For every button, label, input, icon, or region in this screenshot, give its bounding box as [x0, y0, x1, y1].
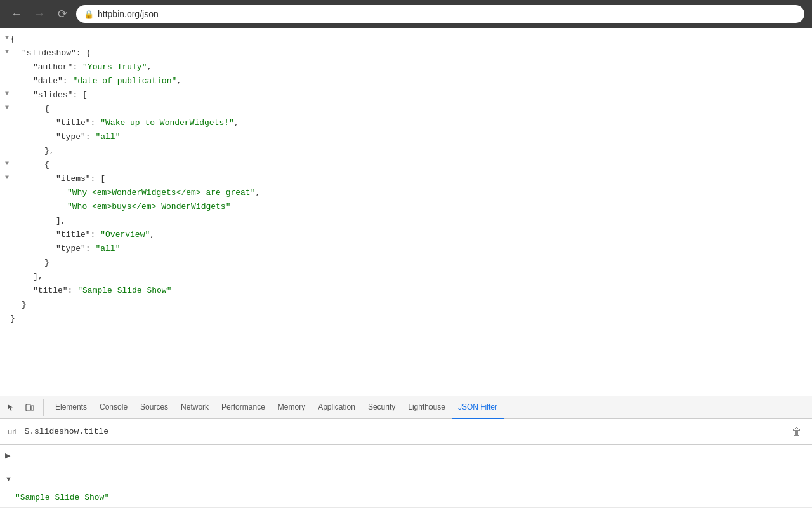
tab-memory[interactable]: Memory	[272, 396, 311, 419]
json-line-l4: "date": "date of publication",	[0, 75, 812, 89]
content-l19: "title": "Sample Slide Show"	[33, 284, 171, 298]
tab-performance[interactable]: Performance	[215, 396, 272, 419]
tab-jsonfilter[interactable]: JSON Filter	[452, 396, 504, 419]
tabs-container: ElementsConsoleSourcesNetworkPerformance…	[49, 396, 504, 419]
toggle-l6[interactable]: ▼	[5, 103, 9, 113]
json-line-l12: "Why <em>WonderWidgets</em> are great",	[0, 187, 812, 201]
json-line-l16: "type": "all"	[0, 243, 812, 257]
json-line-l11: ▼"items": [	[0, 173, 812, 187]
result-collapsed-toggle: ▶	[5, 451, 10, 460]
device-icon-button[interactable]	[22, 399, 38, 416]
json-line-l10: ▼{	[0, 159, 812, 173]
result-collapsed-row[interactable]: ▶	[0, 444, 812, 467]
svg-rect-1	[31, 406, 34, 410]
content-l5: "slides": [	[33, 89, 88, 102]
lock-icon: 🔒	[84, 10, 94, 19]
content-l10: {	[44, 159, 49, 172]
json-line-l3: "author": "Yours Truly",	[0, 61, 812, 75]
content-l8: "type": "all"	[56, 131, 120, 144]
devtools-tabs: ElementsConsoleSourcesNetworkPerformance…	[0, 396, 812, 419]
tab-lighthouse[interactable]: Lighthouse	[402, 396, 452, 419]
toggle-l10[interactable]: ▼	[5, 159, 9, 169]
tab-sources[interactable]: Sources	[134, 396, 174, 419]
result-section: ▶ ▼ "Sample Slide Show"	[0, 444, 812, 508]
toggle-l5[interactable]: ▼	[5, 89, 9, 99]
filter-input[interactable]	[24, 427, 789, 436]
browser-chrome: ← → ⟳ 🔒 httpbin.org/json	[0, 0, 812, 28]
content-l2: "slideshow": {	[22, 47, 91, 60]
json-line-l13: "Who <em>buys</em> WonderWidgets"	[0, 201, 812, 215]
content-l15: "title": "Overview",	[56, 229, 155, 242]
content-l4: "date": "date of publication",	[33, 75, 181, 88]
json-line-l18: ],	[0, 271, 812, 284]
result-value-row: "Sample Slide Show"	[0, 490, 812, 508]
svg-rect-0	[26, 404, 30, 411]
content-l17: }	[44, 257, 49, 270]
toggle-l1[interactable]: ▼	[5, 33, 9, 43]
filter-bar: url 🗑	[0, 419, 812, 444]
tab-application[interactable]: Application	[311, 396, 362, 419]
json-line-l19: "title": "Sample Slide Show"	[0, 284, 812, 298]
reload-button[interactable]: ⟳	[53, 5, 71, 23]
json-line-l1: ▼{	[0, 33, 812, 47]
json-line-l2: ▼"slideshow": {	[0, 47, 812, 61]
json-line-l6: ▼{	[0, 103, 812, 117]
result-expanded-toggle: ▼	[5, 475, 12, 483]
content-l21: }	[10, 312, 15, 326]
json-line-l9: },	[0, 145, 812, 159]
content-l20: }	[22, 298, 27, 312]
inspect-icon-button[interactable]	[3, 399, 19, 416]
json-line-l14: ],	[0, 215, 812, 229]
address-bar[interactable]: 🔒 httpbin.org/json	[76, 5, 804, 23]
main-content: ▼{▼"slideshow": { "author": "Yours Truly…	[0, 28, 812, 508]
content-l9: },	[44, 145, 55, 158]
content-l3: "author": "Yours Truly",	[33, 61, 152, 74]
content-l13: "Who <em>buys</em> WonderWidgets"	[67, 201, 230, 214]
url-text: httpbin.org/json	[98, 9, 159, 19]
tab-security[interactable]: Security	[362, 396, 402, 419]
json-line-l15: "title": "Overview",	[0, 229, 812, 243]
tab-icons	[3, 399, 44, 416]
content-l1: {	[10, 33, 15, 46]
json-line-l5: ▼"slides": [	[0, 89, 812, 103]
content-l12: "Why <em>WonderWidgets</em> are great",	[67, 187, 260, 200]
content-l11: "items": [	[56, 173, 105, 186]
content-l14: ],	[56, 215, 66, 228]
url-label: url	[8, 427, 16, 436]
result-expanded-row[interactable]: ▼	[0, 467, 812, 490]
result-value: "Sample Slide Show"	[15, 493, 109, 502]
json-viewer[interactable]: ▼{▼"slideshow": { "author": "Yours Truly…	[0, 28, 812, 396]
tab-elements[interactable]: Elements	[49, 396, 93, 419]
content-l16: "type": "all"	[56, 243, 120, 256]
tab-console[interactable]: Console	[93, 396, 134, 419]
json-line-l20: }	[0, 298, 812, 312]
json-line-l17: }	[0, 257, 812, 271]
toggle-l11[interactable]: ▼	[5, 173, 9, 183]
content-l18: ],	[33, 271, 43, 284]
devtools-panel: ElementsConsoleSourcesNetworkPerformance…	[0, 396, 812, 508]
forward-button[interactable]: →	[30, 5, 48, 23]
tab-network[interactable]: Network	[174, 396, 215, 419]
content-l6: {	[44, 103, 49, 116]
content-l7: "title": "Wake up to WonderWidgets!",	[56, 117, 239, 130]
filter-clear-button[interactable]: 🗑	[789, 424, 804, 439]
toggle-l2[interactable]: ▼	[5, 47, 9, 57]
json-line-l7: "title": "Wake up to WonderWidgets!",	[0, 117, 812, 131]
json-line-l8: "type": "all"	[0, 131, 812, 145]
json-line-l21: }	[0, 312, 812, 326]
back-button[interactable]: ←	[8, 5, 25, 23]
